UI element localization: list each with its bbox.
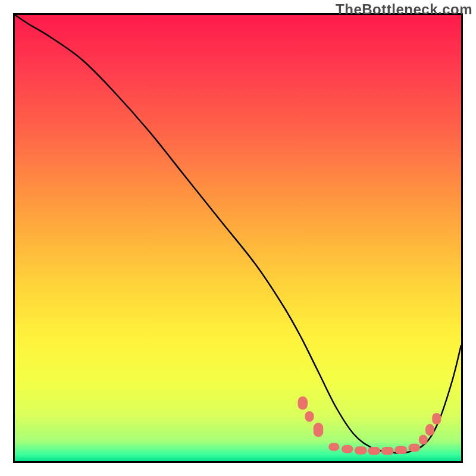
plot-frame <box>13 13 463 463</box>
bottleneck-curve <box>15 15 461 453</box>
marker-dot <box>305 411 314 422</box>
marker-dot <box>432 413 441 425</box>
marker-dot <box>298 396 308 410</box>
marker-dot <box>409 444 421 452</box>
curve-layer <box>15 15 461 461</box>
marker-dot <box>368 447 380 455</box>
marker-dot <box>342 445 353 453</box>
marker-dot <box>419 435 428 445</box>
marker-dot <box>425 424 434 436</box>
marker-dot <box>328 443 339 451</box>
marker-dot <box>314 423 324 437</box>
marker-dot <box>394 446 407 455</box>
marker-dot <box>355 446 367 455</box>
watermark-text: TheBottleneck.com <box>336 1 472 18</box>
chart-container: TheBottleneck.com <box>0 0 476 476</box>
marker-dot <box>381 447 394 455</box>
